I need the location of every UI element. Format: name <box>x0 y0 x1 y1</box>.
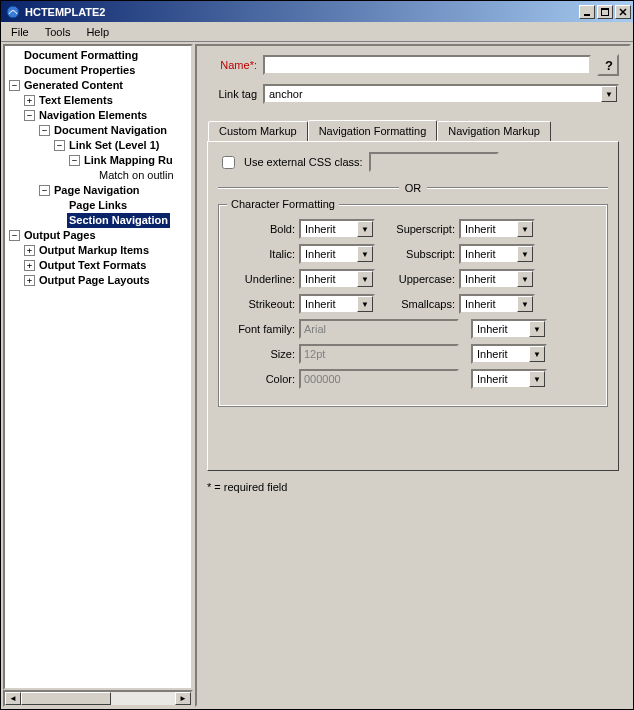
menu-help[interactable]: Help <box>78 24 117 40</box>
use-external-css-checkbox[interactable] <box>222 156 235 169</box>
tree-item[interactable]: −Page Navigation <box>5 183 191 198</box>
menu-tools[interactable]: Tools <box>37 24 79 40</box>
use-external-css-label: Use external CSS class: <box>244 156 363 168</box>
tree-item-label: Output Text Formats <box>37 258 148 273</box>
collapse-icon[interactable]: − <box>54 140 65 151</box>
superscript-select[interactable]: Inherit▼ <box>459 219 535 239</box>
tree-panel: Document FormattingDocument Properties−G… <box>3 44 193 707</box>
help-button[interactable]: ? <box>597 54 619 76</box>
color-label: Color: <box>229 373 295 385</box>
collapse-icon[interactable]: − <box>39 125 50 136</box>
tab-content: Use external CSS class: OR Character For… <box>207 141 619 471</box>
expand-icon[interactable]: + <box>24 245 35 256</box>
tree-item[interactable]: −Link Mapping Ru <box>5 153 191 168</box>
collapse-icon[interactable]: − <box>39 185 50 196</box>
name-input[interactable] <box>263 55 591 75</box>
tab-navigation-formatting[interactable]: Navigation Formatting <box>308 120 438 141</box>
tree-item[interactable]: +Output Page Layouts <box>5 273 191 288</box>
bold-select[interactable]: Inherit▼ <box>299 219 375 239</box>
chevron-down-icon: ▼ <box>529 346 545 362</box>
navigation-tree[interactable]: Document FormattingDocument Properties−G… <box>3 44 193 690</box>
or-label: OR <box>405 182 422 194</box>
collapse-icon[interactable]: − <box>69 155 80 166</box>
fontfamily-select[interactable]: Inherit▼ <box>471 319 547 339</box>
tree-item-label: Generated Content <box>22 78 125 93</box>
tree-item[interactable]: −Output Pages <box>5 228 191 243</box>
app-icon <box>5 4 21 20</box>
collapse-icon[interactable]: − <box>9 80 20 91</box>
menu-file[interactable]: File <box>3 24 37 40</box>
chevron-down-icon: ▼ <box>517 271 533 287</box>
size-select[interactable]: Inherit▼ <box>471 344 547 364</box>
tree-item[interactable]: Document Formatting <box>5 48 191 63</box>
uppercase-label: Uppercase: <box>385 273 455 285</box>
scroll-right-button[interactable]: ► <box>175 692 191 705</box>
linktag-value: anchor <box>265 88 601 100</box>
chevron-down-icon: ▼ <box>517 246 533 262</box>
expand-icon[interactable]: + <box>24 260 35 271</box>
tree-item-label: Output Page Layouts <box>37 273 152 288</box>
expand-icon[interactable]: + <box>24 275 35 286</box>
tree-item-label: Output Pages <box>22 228 98 243</box>
tree-item[interactable]: Match on outlin <box>5 168 191 183</box>
italic-label: Italic: <box>229 248 295 260</box>
close-button[interactable] <box>615 5 631 19</box>
scroll-left-button[interactable]: ◄ <box>5 692 21 705</box>
tree-item-label: Link Mapping Ru <box>82 153 175 168</box>
fontfamily-label: Font family: <box>229 323 295 335</box>
chevron-down-icon: ▼ <box>529 321 545 337</box>
maximize-button[interactable] <box>597 5 613 19</box>
tab-navigation-markup[interactable]: Navigation Markup <box>437 121 551 142</box>
chevron-down-icon: ▼ <box>517 296 533 312</box>
tree-item-label: Page Navigation <box>52 183 142 198</box>
name-label: Name*: <box>207 59 257 71</box>
tree-item[interactable]: +Text Elements <box>5 93 191 108</box>
tab-strip: Custom Markup Navigation Formatting Navi… <box>208 120 619 141</box>
collapse-icon[interactable]: − <box>24 110 35 121</box>
chevron-down-icon: ▼ <box>357 246 373 262</box>
external-css-input[interactable] <box>369 152 499 172</box>
tree-item[interactable]: Document Properties <box>5 63 191 78</box>
scroll-track[interactable] <box>111 692 175 705</box>
tree-item[interactable]: −Document Navigation <box>5 123 191 138</box>
svg-rect-3 <box>601 8 609 10</box>
linktag-select[interactable]: anchor ▼ <box>263 84 619 104</box>
tree-item[interactable]: Section Navigation <box>5 213 191 228</box>
character-formatting-group: Character Formatting Bold: Inherit▼ Supe… <box>218 204 608 407</box>
italic-select[interactable]: Inherit▼ <box>299 244 375 264</box>
tree-item-label: Navigation Elements <box>37 108 149 123</box>
underline-label: Underline: <box>229 273 295 285</box>
size-input[interactable] <box>299 344 459 364</box>
scroll-thumb[interactable] <box>21 692 111 705</box>
divider-line <box>427 187 608 189</box>
chevron-down-icon: ▼ <box>601 86 617 102</box>
tree-item[interactable]: −Generated Content <box>5 78 191 93</box>
smallcaps-select[interactable]: Inherit▼ <box>459 294 535 314</box>
tree-item[interactable]: Page Links <box>5 198 191 213</box>
tree-item-label: Document Navigation <box>52 123 169 138</box>
strikeout-select[interactable]: Inherit▼ <box>299 294 375 314</box>
tree-item-label: Document Properties <box>22 63 137 78</box>
collapse-icon[interactable]: − <box>9 230 20 241</box>
tree-item-label: Section Navigation <box>67 213 170 228</box>
subscript-label: Subscript: <box>385 248 455 260</box>
divider-line <box>218 187 399 189</box>
expand-icon[interactable]: + <box>24 95 35 106</box>
strikeout-label: Strikeout: <box>229 298 295 310</box>
chevron-down-icon: ▼ <box>517 221 533 237</box>
tree-item[interactable]: +Output Markup Items <box>5 243 191 258</box>
horizontal-scrollbar[interactable]: ◄ ► <box>3 690 193 707</box>
titlebar: HCTEMPLATE2 <box>1 1 633 22</box>
subscript-select[interactable]: Inherit▼ <box>459 244 535 264</box>
minimize-button[interactable] <box>579 5 595 19</box>
tree-item-label: Document Formatting <box>22 48 140 63</box>
tree-item[interactable]: −Navigation Elements <box>5 108 191 123</box>
uppercase-select[interactable]: Inherit▼ <box>459 269 535 289</box>
color-select[interactable]: Inherit▼ <box>471 369 547 389</box>
underline-select[interactable]: Inherit▼ <box>299 269 375 289</box>
tree-item[interactable]: +Output Text Formats <box>5 258 191 273</box>
color-input[interactable] <box>299 369 459 389</box>
fontfamily-input[interactable] <box>299 319 459 339</box>
tab-custom-markup[interactable]: Custom Markup <box>208 121 308 142</box>
tree-item[interactable]: −Link Set (Level 1) <box>5 138 191 153</box>
